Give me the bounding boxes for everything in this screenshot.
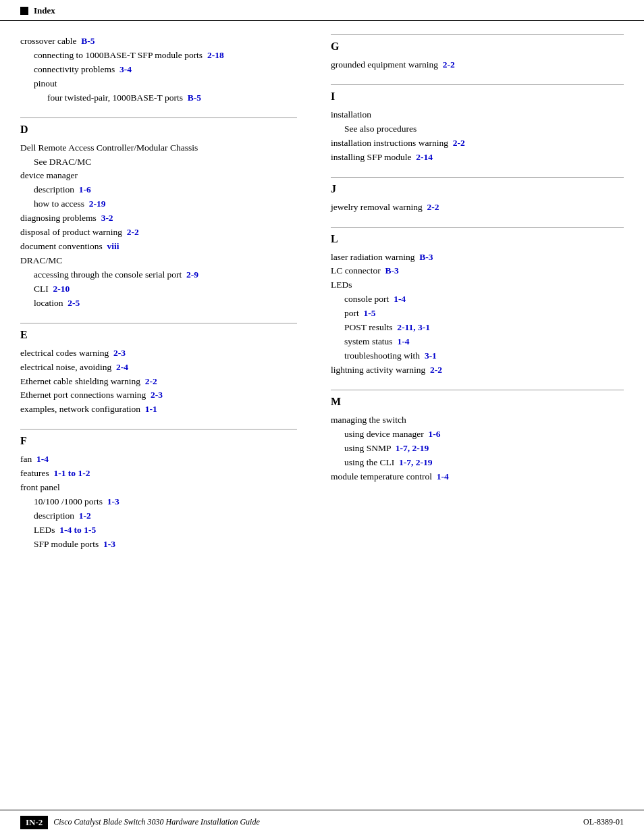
link[interactable]: 2-3 xyxy=(113,348,126,358)
list-item: See DRAC/MC xyxy=(20,155,297,170)
header-index-label: Index xyxy=(34,5,55,16)
link[interactable]: 2-4 xyxy=(116,362,128,372)
link[interactable]: 1-1 xyxy=(145,404,157,414)
link[interactable]: 2-3 xyxy=(151,390,163,400)
link[interactable]: 1-6 xyxy=(79,184,91,194)
link[interactable]: 2-2 xyxy=(453,138,465,148)
list-item: grounded equipment warning 2-2 xyxy=(331,58,624,72)
list-item: how to access 2-19 xyxy=(20,197,297,211)
content-area: crossover cable B-5 connecting to 1000BA… xyxy=(0,21,644,564)
list-item: diagnosing problems 3-2 xyxy=(20,211,297,226)
list-item: connecting to 1000BASE-T SFP module port… xyxy=(20,49,297,63)
link[interactable]: B-3 xyxy=(385,265,399,276)
link[interactable]: 2-5 xyxy=(68,298,80,308)
link[interactable]: 1-4 xyxy=(397,336,409,346)
list-item: CLI 2-10 xyxy=(20,282,297,296)
section-letter-l: L xyxy=(331,233,624,245)
section-letter-m: M xyxy=(331,396,624,408)
section-l: L laser radiation warning B-3 LC connect… xyxy=(331,227,624,377)
link[interactable]: 2-18 xyxy=(207,50,224,60)
link[interactable]: 1-2 xyxy=(79,511,91,521)
footer-title: Cisco Catalyst Blade Switch 3030 Hardwar… xyxy=(53,817,259,827)
link[interactable]: B-5 xyxy=(81,36,95,46)
section-m: M managing the switch using device manag… xyxy=(331,390,624,484)
footer: IN-2 Cisco Catalyst Blade Switch 3030 Ha… xyxy=(0,810,644,834)
list-item: description 1-6 xyxy=(20,183,297,197)
list-item: description 1-2 xyxy=(20,509,297,523)
section-d: D Dell Remote Access Controller/Modular … xyxy=(20,118,297,311)
list-item: DRAC/MC xyxy=(20,254,297,268)
section-letter-d: D xyxy=(20,124,297,136)
section-divider xyxy=(20,323,297,323)
link[interactable]: 2-11, 3-1 xyxy=(397,322,430,332)
list-item: laser radiation warning B-3 xyxy=(331,251,624,265)
list-item: Dell Remote Access Controller/Modular Ch… xyxy=(20,141,297,155)
list-item: document conventions viii xyxy=(20,240,297,254)
section-divider xyxy=(331,84,624,85)
list-item: disposal of product warning 2-2 xyxy=(20,226,297,240)
section-j: J jewelry removal warning 2-2 xyxy=(331,177,624,215)
link[interactable]: B-5 xyxy=(188,93,201,103)
link[interactable]: 3-2 xyxy=(101,213,113,223)
link[interactable]: 1-3 xyxy=(103,539,115,549)
header-black-square xyxy=(20,7,28,15)
list-item: SFP module ports 1-3 xyxy=(20,538,297,552)
list-item: pinout xyxy=(20,77,297,91)
link[interactable]: 2-14 xyxy=(416,152,433,162)
left-column: crossover cable B-5 connecting to 1000BA… xyxy=(20,21,311,564)
list-item: LC connector B-3 xyxy=(331,264,624,278)
section-letter-g: G xyxy=(331,41,624,53)
link[interactable]: 2-9 xyxy=(186,269,198,280)
link[interactable]: 1-4 to 1-5 xyxy=(59,525,96,535)
link[interactable]: 1-1 to 1-2 xyxy=(53,468,90,478)
list-item: electrical codes warning 2-3 xyxy=(20,346,297,361)
link[interactable]: 1-7, 2-19 xyxy=(396,443,429,453)
link[interactable]: 3-4 xyxy=(119,64,132,74)
link[interactable]: 2-2 xyxy=(127,227,139,237)
list-item: fan 1-4 xyxy=(20,452,297,467)
list-item: POST results 2-11, 3-1 xyxy=(331,321,624,335)
link[interactable]: 2-2 xyxy=(443,59,455,70)
link[interactable]: 1-6 xyxy=(428,429,440,439)
link[interactable]: 1-3 xyxy=(107,496,119,506)
link[interactable]: 1-7, 2-19 xyxy=(399,457,433,467)
link[interactable]: 1-5 xyxy=(364,308,376,318)
lightning-activity-warning-item: lightning activity warning 2-2 xyxy=(331,363,624,377)
list-item: module temperature control 1-4 xyxy=(331,470,624,484)
link[interactable]: 2-2 xyxy=(427,202,439,212)
list-item: examples, network configuration 1-1 xyxy=(20,402,297,417)
list-item: Ethernet cable shielding warning 2-2 xyxy=(20,375,297,389)
link[interactable]: 1-4 xyxy=(437,471,449,481)
link[interactable]: 2-2 xyxy=(430,365,442,375)
section-divider xyxy=(331,227,624,228)
page-container: Index crossover cable B-5 connecting to … xyxy=(0,0,644,834)
link[interactable]: viii xyxy=(107,241,119,251)
section-divider xyxy=(331,34,624,35)
link[interactable]: 1-4 xyxy=(394,294,406,304)
section-f: F fan 1-4 features 1-1 to 1-2 front pane… xyxy=(20,429,297,551)
list-item: four twisted-pair, 1000BASE-T ports B-5 xyxy=(20,91,297,105)
list-item: jewelry removal warning 2-2 xyxy=(331,201,624,215)
link[interactable]: B-3 xyxy=(419,252,433,262)
list-item: using device manager 1-6 xyxy=(331,427,624,442)
list-item: LEDs xyxy=(331,278,624,292)
section-e: E electrical codes warning 2-3 electrica… xyxy=(20,323,297,417)
list-item: Ethernet port connections warning 2-3 xyxy=(20,388,297,402)
link[interactable]: 1-4 xyxy=(36,454,49,464)
link[interactable]: 2-19 xyxy=(89,199,106,209)
list-item: 10/100 /1000 ports 1-3 xyxy=(20,495,297,509)
list-item: See also procedures xyxy=(331,122,624,136)
list-item: system status 1-4 xyxy=(331,335,624,349)
list-item: features 1-1 to 1-2 xyxy=(20,467,297,481)
link[interactable]: 2-10 xyxy=(53,284,70,294)
footer-left: IN-2 Cisco Catalyst Blade Switch 3030 Ha… xyxy=(20,816,260,829)
section-divider xyxy=(20,118,297,118)
list-item: troubleshooting with 3-1 xyxy=(331,349,624,363)
list-item: installing SFP module 2-14 xyxy=(331,151,624,165)
list-item: accessing through the console serial por… xyxy=(20,268,297,282)
section-divider xyxy=(331,390,624,390)
link[interactable]: 2-2 xyxy=(145,376,157,386)
list-item: managing the switch xyxy=(331,413,624,427)
section-letter-f: F xyxy=(20,435,297,447)
link[interactable]: 3-1 xyxy=(425,350,437,361)
